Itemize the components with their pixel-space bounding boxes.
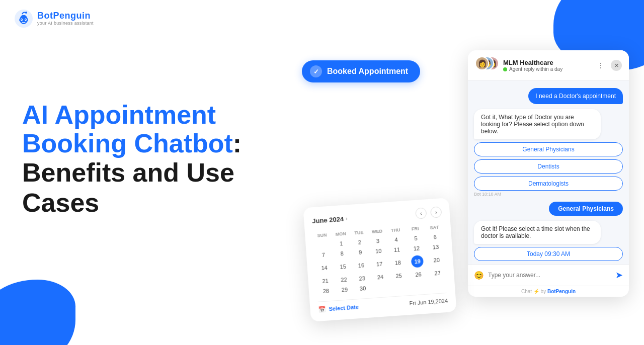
calendar-day[interactable]: 11 [388,244,406,255]
bot-time-1: Bot 10:10 AM [474,192,623,197]
calendar-day[interactable]: 28 [316,285,335,296]
calendar-day [371,282,391,293]
booked-label: Booked Appointment [327,67,408,76]
option-general-physicians[interactable]: General Physicians [474,142,623,156]
ui-mockup-area: ✓ Booked Appointment 👩 👨 👩 MLM Healthcar… [297,45,629,332]
calendar-prev-button[interactable]: ‹ [415,207,427,219]
logo-tagline: your AI business assistant [37,21,94,26]
calendar-day[interactable]: 24 [370,272,390,283]
calendar-day[interactable]: 25 [390,270,408,281]
calendar-day[interactable]: 30 [354,283,371,294]
calendar-day[interactable]: 19 [406,252,429,270]
calendar-day[interactable]: 13 [427,241,444,252]
chat-input-area: 😊 ➤ [468,264,629,286]
calendar-day[interactable]: 4 [387,234,406,245]
selected-option: General Physicians [549,202,623,216]
calendar-day[interactable]: 21 [316,275,335,286]
calendar-day[interactable]: 6 [426,231,443,242]
heading-area: AI Appointment Booking Chatbot: Benefits… [22,101,242,218]
cal-col-sat: SAT [426,222,443,232]
status-indicator [503,67,507,71]
calendar-day[interactable]: 23 [353,273,371,284]
calendar-day[interactable]: 16 [352,256,370,274]
svg-point-4 [25,19,26,20]
calendar-day[interactable]: 2 [351,237,368,248]
user-message-1: I need a Doctor's appointment [528,88,623,104]
chat-header-actions: ⋮ ✕ [595,59,622,71]
emoji-icon[interactable]: 😊 [474,271,484,280]
calendar-footer: 📅 Select Date Fri Jun 19,2024 [318,293,448,313]
calendar-day [408,279,431,290]
calendar-grid: SUN MON TUE WED THU FRI SAT 123456789101… [313,222,447,297]
select-date-button[interactable]: 📅 Select Date [318,303,359,313]
calendar-day[interactable]: 3 [368,235,388,247]
heading-line4: Cases [22,188,242,218]
heading-line3: Benefits and Use [22,158,242,188]
svg-point-3 [21,19,22,20]
avatar-1: 👩 [475,56,489,70]
chat-header: 👩 👨 👩 MLM Healthcare Agent reply within … [468,50,629,81]
calendar-day[interactable]: 7 [314,249,333,261]
send-icon[interactable]: ➤ [615,270,623,281]
calendar-day[interactable]: 20 [428,251,445,269]
timeslot-1[interactable]: Today 09:30 AM [474,247,623,261]
calendar-day[interactable]: 10 [368,245,388,257]
chat-messages: I need a Doctor's appointment Got it, Wh… [468,81,629,264]
chat-avatars: 👩 👨 👩 [475,56,498,74]
calendar-next-button[interactable]: › [430,206,442,218]
bot-message-1: Got it, What type of Doctor you are look… [474,109,623,197]
close-button[interactable]: ✕ [611,60,622,71]
heading-line2: Booking Chatbot: [22,129,242,158]
calendar-day [313,239,332,250]
chat-footer: Chat ⚡ by BotPenguin [468,286,629,297]
option-dentists[interactable]: Dentists [474,159,623,174]
calendar-day [390,280,409,291]
calendar-nav: ‹ › [415,206,442,219]
logo-area: BotPenguin your AI business assistant [14,9,94,28]
more-options-button[interactable]: ⋮ [595,59,607,71]
chat-header-info: MLM Healthcare Agent reply within a day [503,59,590,72]
logo-icon [14,9,33,28]
chat-status: Agent reply within a day [503,66,590,72]
chat-input-field[interactable] [488,272,611,279]
chat-window: 👩 👨 👩 MLM Healthcare Agent reply within … [468,50,629,297]
option-dermatologists[interactable]: Dermatologists [474,177,623,191]
logo-name: BotPenguin [37,11,94,21]
calendar-day[interactable]: 1 [331,238,351,249]
calendar-widget: June 2024 › ‹ › SUN MON TUE WED THU FRI … [303,198,456,322]
bot-message-2: Got it! Please select a time slot when t… [474,221,623,264]
calendar-day[interactable]: 17 [369,255,390,273]
calendar-day[interactable]: 18 [388,254,407,271]
svg-point-5 [25,12,27,14]
calendar-day[interactable]: 15 [333,258,353,276]
calendar-day[interactable]: 9 [351,247,369,258]
decorative-blob-bottom-left [0,280,75,345]
chat-company-name: MLM Healthcare [503,59,590,66]
calendar-day [430,278,447,289]
calendar-day[interactable]: 27 [429,268,446,279]
booked-check-icon: ✓ [310,65,322,77]
booked-appointment-badge: ✓ Booked Appointment [302,60,420,82]
calendar-day[interactable]: 8 [332,248,352,260]
logo-text: BotPenguin your AI business assistant [37,11,94,26]
selected-date-value: Fri Jun 19,2024 [409,298,448,306]
heading-line1: AI Appointment [22,101,242,129]
calendar-day[interactable]: 14 [315,260,334,277]
calendar-day[interactable]: 29 [335,284,355,296]
calendar-day[interactable]: 22 [334,274,354,286]
calendar-month: June 2024 › [312,215,348,225]
